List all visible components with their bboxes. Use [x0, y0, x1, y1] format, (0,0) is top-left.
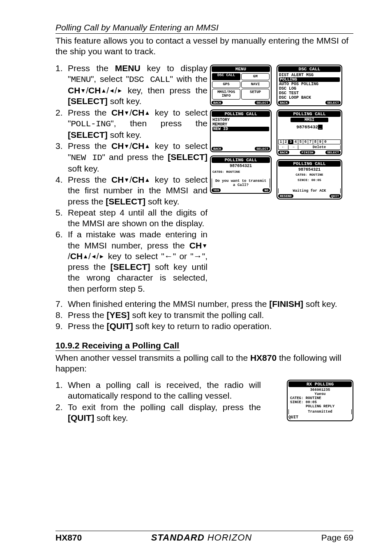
panel-waiting: POLLING CALL 987654321 CATEG: ROUTINE SI… [277, 159, 342, 200]
mmsi-value: 98765432 [296, 125, 318, 130]
polling-line: NEW ID [212, 127, 270, 131]
step-item: 5.Repeat step 4 until all the digits of … [55, 207, 208, 229]
dsc-line: DSC LOG [278, 86, 341, 91]
confirm-mmsi: 987654321 [212, 164, 270, 168]
waiting-categ: CATEG: ROUTINE [278, 173, 341, 176]
panel-confirm-title: POLLING CALL [212, 157, 270, 163]
dsc-line: POLLING [278, 77, 341, 82]
soft-select: SELECT [255, 147, 270, 151]
step-item: 2.Press the CH▼/CH▲ key to select "POLL-… [55, 107, 208, 141]
soft-back: BACK [212, 101, 223, 104]
panel-confirm: POLLING CALL 987654321 CATEG: ROUTINE Do… [210, 155, 272, 194]
waiting-status: Waiting for ACK [278, 188, 341, 193]
soft-select: SELECT [325, 101, 341, 104]
numpad-digit: 7 [308, 140, 313, 144]
panel-polling-title: POLLING CALL [212, 111, 270, 117]
rx-reply: POLLING REPLY [288, 404, 352, 408]
soft-yes: YES [212, 188, 221, 192]
step-item: 9.Press the [QUIT] soft key to return to… [55, 321, 353, 332]
numpad-digit: 4 [293, 140, 298, 144]
menu-cell: GM [241, 73, 270, 80]
dsc-line: AUTO POS POLLING [278, 82, 341, 86]
soft-back: BACK [212, 147, 223, 151]
footer-page: Page 69 [321, 533, 353, 543]
soft-select: SELECT [325, 151, 341, 154]
numpad-digit: 5 [298, 140, 303, 144]
step-item: 6.If a mistake was made entering in the … [55, 229, 208, 294]
step-item: 8.Press the [YES] soft key to transmit t… [55, 310, 353, 320]
confirm-prompt: Do you want to transmit a Call? [212, 179, 270, 188]
panel-mmsi-title: POLLING CALL [278, 111, 341, 117]
panel-dsc-title: DSC CALL [278, 66, 341, 72]
numpad-digit: 8 [313, 140, 318, 144]
soft-back: BACK [278, 101, 289, 104]
diagram-group: MENU DSC CALLGMGPSNAVIMMSI/POS INFOSETUP… [210, 63, 342, 200]
intro-paragraph: This feature allows you to contact a ves… [55, 35, 353, 57]
confirm-categ: CATEG: ROUTINE [212, 170, 270, 174]
subheading: Polling Call by Manually Entering an MMS… [55, 23, 353, 34]
panel-waiting-title: POLLING CALL [278, 161, 341, 167]
rx-categ: CATEG: ROUTINE [288, 396, 352, 400]
steps-list-c: 1.When a polling call is received, the r… [55, 380, 261, 424]
numpad-digit: 6 [303, 140, 308, 144]
menu-cell: NAVI [241, 81, 270, 88]
step-item: 4.Press the CH▼/CH▲ key to select the fi… [55, 174, 208, 207]
soft-back: BACK [278, 151, 289, 154]
panel-rx-polling: RX POLLING 366901235 Yaesu CATEG: ROUTIN… [287, 380, 353, 421]
soft-finish: FINISH [300, 151, 315, 154]
step-item: 1.When a polling call is received, the r… [55, 380, 261, 402]
section-heading-2: 10.9.2 Receiving a Polling Call [55, 341, 180, 351]
menu-cell: DSC CALL [212, 73, 240, 80]
page-footer: HX870 STANDARD HORIZON Page 69 [55, 531, 353, 543]
numpad-digit: 2 [284, 140, 288, 144]
waiting-mmsi: 987654321 [278, 167, 341, 172]
delete-key: Delete [298, 145, 340, 149]
rx-status: Transmitted [288, 409, 352, 414]
rx-mmsi: 366901235 [288, 388, 352, 392]
polling-line: HISTORY [212, 118, 270, 122]
step-item: 2.To exit from the polling call display,… [55, 402, 261, 424]
soft-resend: RESEND [278, 194, 293, 198]
numpad-digit: 0 [323, 140, 328, 144]
footer-brand: STANDARD HORIZON [151, 532, 252, 543]
soft-select: SELECT [255, 101, 270, 104]
numpad-digit: 3 [288, 140, 293, 144]
panel-polling-list: POLLING CALL HISTORYMEMORYNEW ID BACK SE… [210, 109, 272, 152]
rx-name: Yaesu [288, 392, 352, 396]
arrow-right: → [288, 145, 298, 149]
step-item: 1.Press the MENU key to display "MENU", … [55, 63, 208, 107]
steps-list-a: 1.Press the MENU key to display "MENU", … [55, 63, 208, 295]
menu-cell: GPS [212, 81, 240, 88]
footer-model: HX870 [55, 533, 82, 543]
panel-mmsi-entry: POLLING CALL MMSI 98765432_ 1234567890 ←… [277, 109, 342, 156]
numpad-digit: 9 [318, 140, 323, 144]
soft-no: NO [263, 188, 270, 192]
step-item: 7.When finished entering the MMSI number… [55, 299, 353, 309]
panel-menu-title: MENU [212, 66, 270, 72]
menu-cell: MMSI/POS INFO [212, 89, 240, 100]
step-item: 3.Press the CH▼/CH▲ key to select "NEW I… [55, 141, 208, 174]
dsc-line: DSC LOOP BACK [278, 95, 341, 100]
rx-title: RX POLLING [288, 381, 352, 387]
mmsi-sub: MMSI [291, 118, 328, 122]
steps-list-b: 7.When finished entering the MMSI number… [55, 299, 353, 332]
arrow-left: ← [279, 145, 288, 149]
soft-quit: QUIT [288, 415, 298, 420]
rx-since: SINCE: 00:05 [288, 400, 352, 404]
dsc-line: DIST ALERT MSG [278, 73, 341, 77]
dsc-line: DSC TEST [278, 91, 341, 95]
panel-dsc-call: DSC CALL DIST ALERT MSGPOLLINGAUTO POS P… [277, 65, 342, 106]
panel-menu: MENU DSC CALLGMGPSNAVIMMSI/POS INFOSETUP… [210, 65, 272, 106]
menu-cell: SETUP [241, 89, 270, 100]
waiting-since: SINCE: 00:05 [278, 178, 341, 182]
soft-quit: QUIT [330, 194, 341, 198]
section-2-intro: When another vessel transmits a polling … [55, 353, 353, 374]
polling-line: MEMORY [212, 122, 270, 127]
numpad-digit: 1 [279, 140, 284, 144]
